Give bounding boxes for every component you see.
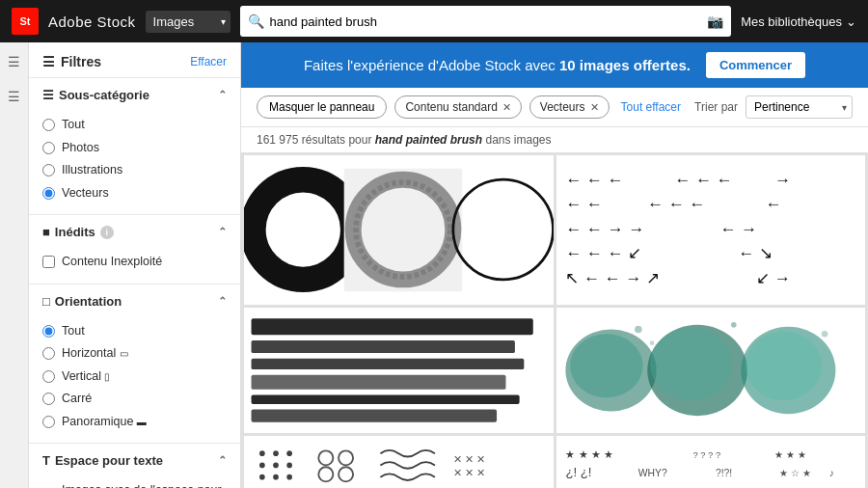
grid-item-strokes[interactable] [244, 308, 554, 433]
label-horizontal[interactable]: Horizontal ▭ [62, 345, 128, 363]
option-vertical: Vertical ▯ [42, 366, 227, 389]
svg-text:← ← ← ↙: ← ← ← ↙ [565, 244, 641, 262]
commencer-button[interactable]: Commencer [706, 52, 805, 78]
search-input[interactable] [270, 14, 702, 29]
svg-text:?!?!: ?!?! [715, 468, 731, 478]
label-vecteurs[interactable]: Vecteurs [62, 185, 109, 203]
option-orient-tout: Tout [42, 320, 227, 343]
chevron-icon: ⌃ [218, 89, 227, 101]
horizontal-text: Horizontal [62, 346, 116, 360]
section-sous-categorie-title: ☰ Sous-catégorie [42, 88, 149, 102]
svg-text:¿! ¿!: ¿! ¿! [565, 465, 591, 479]
section-orientation-title: □ Orientation [42, 294, 122, 309]
option-carre: Carré [42, 388, 227, 411]
svg-point-0 [253, 179, 353, 280]
svg-point-32 [821, 331, 827, 338]
radio-vecteurs[interactable] [42, 187, 55, 200]
svg-text:← ← → →: ← ← → → [565, 220, 644, 238]
checkbox-inexploite[interactable] [42, 256, 55, 268]
grid-item-patterns[interactable]: ✕ ✕ ✕ ✕ ✕ ✕ ∿∿∿∿∿ ∿∿∿∿∿ [244, 436, 554, 488]
radio-horizontal[interactable] [42, 347, 55, 360]
label-illustrations[interactable]: Illustrations [62, 162, 122, 179]
inedits-label: Inédits [55, 225, 95, 239]
sidebar-header: ☰ Filtres Effacer [29, 42, 240, 78]
section-inedits-header[interactable]: ■ Inédits i ⌃ [29, 215, 240, 249]
vertical-text: Vertical [62, 369, 101, 383]
banner-text: Faites l'expérience d'Adobe Stock avec 1… [304, 57, 691, 73]
svg-point-34 [273, 450, 279, 456]
option-tout: Tout [42, 114, 227, 137]
svg-text:← ← ←: ← ← ← [565, 171, 623, 189]
section-orientation: □ Orientation ⌃ Tout Horizontal ▭ [29, 285, 240, 445]
svg-point-30 [649, 340, 654, 345]
label-carre[interactable]: Carré [62, 391, 92, 408]
adobe-logo: St [12, 8, 39, 35]
filter-icon[interactable]: ☰ [4, 50, 24, 73]
image-icon[interactable]: ☰ [4, 85, 24, 108]
svg-point-42 [318, 450, 333, 465]
label-panoramique[interactable]: Panoramique ▬ [62, 414, 147, 431]
grid-item-watercolor[interactable] [556, 308, 866, 433]
radio-carre[interactable] [42, 393, 55, 405]
svg-text:♪: ♪ [828, 468, 833, 478]
label-espace-images[interactable]: Images avec de l'espace pour du texte [62, 482, 227, 488]
svg-point-33 [259, 450, 265, 456]
option-espace-images: Images avec de l'espace pour du texte [42, 479, 227, 488]
tout-effacer-link[interactable]: Tout effacer [621, 100, 681, 114]
chevron-icon-inedits: ⌃ [218, 226, 227, 238]
radio-panoramique[interactable] [42, 416, 55, 428]
svg-point-26 [650, 328, 732, 400]
section-sous-categorie-header[interactable]: ☰ Sous-catégorie ⌃ [29, 78, 240, 112]
filter-tag-contenu-standard: Contenu standard ✕ [394, 95, 521, 119]
orientation-icon: □ [42, 294, 50, 309]
content-type-select[interactable]: Images Vidéos Templates [146, 11, 231, 33]
remove-contenu-standard-button[interactable]: ✕ [502, 101, 511, 114]
svg-point-43 [339, 450, 353, 465]
star-icon: ■ [42, 225, 50, 239]
grid-item-arrows[interactable]: ← ← ← ← ← ← → ← ← ← ← ← ← ← ← → → ← → ← … [556, 155, 866, 305]
svg-rect-17 [252, 318, 533, 335]
camera-icon[interactable]: 📷 [707, 14, 723, 29]
label-inexploite[interactable]: Contenu Inexploité [62, 254, 162, 271]
svg-point-4 [453, 179, 554, 280]
radio-orient-tout[interactable] [42, 325, 55, 338]
trier-select[interactable]: Pertinence Plus récent Plus populaire [746, 95, 853, 119]
svg-point-35 [286, 450, 292, 456]
horizontal-shape-icon: ▭ [120, 348, 128, 359]
section-sous-categorie: ☰ Sous-catégorie ⌃ Tout Photos Illustrat… [29, 78, 240, 215]
svg-rect-19 [252, 359, 525, 369]
svg-text:← ← ←: ← ← ← [647, 195, 705, 213]
radio-photos[interactable] [42, 142, 55, 154]
filter-lines-icon: ☰ [42, 54, 55, 69]
option-panoramique: Panoramique ▬ [42, 411, 227, 434]
section-orientation-header[interactable]: □ Orientation ⌃ [29, 285, 240, 318]
svg-point-37 [273, 463, 279, 469]
remove-vecteurs-button[interactable]: ✕ [590, 101, 599, 114]
label-photos[interactable]: Photos [62, 140, 99, 157]
radio-vertical[interactable] [42, 370, 55, 383]
patterns-svg: ✕ ✕ ✕ ✕ ✕ ✕ ∿∿∿∿∿ ∿∿∿∿∿ [244, 436, 554, 488]
results-text: résultats pour [302, 133, 372, 147]
mes-bibliotheques-label: Mes bibliothèques [741, 14, 842, 29]
masquer-panneau-button[interactable]: Masquer le panneau [257, 95, 387, 119]
trier-par-section: Trier par Pertinence Plus récent Plus po… [694, 95, 853, 119]
section-espace-texte-header[interactable]: T Espace pour texte ⌃ [29, 444, 240, 477]
chevron-icon-espace: ⌃ [218, 454, 227, 467]
label-vertical[interactable]: Vertical ▯ [62, 368, 110, 386]
header-right: Mes bibliothèques ⌄ [741, 14, 856, 29]
radio-illustrations[interactable] [42, 164, 55, 176]
espace-texte-options: Images avec de l'espace pour du texte [29, 477, 240, 488]
label-orient-tout[interactable]: Tout [62, 323, 85, 340]
section-espace-texte: T Espace pour texte ⌃ Images avec de l'e… [29, 444, 240, 488]
grid-item-circles[interactable] [244, 155, 554, 305]
svg-point-44 [318, 467, 333, 481]
tag-contenu-standard-label: Contenu standard [405, 100, 497, 114]
effacer-link[interactable]: Effacer [190, 55, 227, 68]
banner-text-part1: Faites l'expérience d'Adobe Stock avec [304, 57, 556, 73]
label-tout[interactable]: Tout [62, 117, 85, 134]
mes-bibliotheques-button[interactable]: Mes bibliothèques ⌄ [741, 14, 856, 29]
svg-text:← ←: ← ← [565, 195, 603, 213]
svg-text:WHY?: WHY? [637, 468, 666, 478]
grid-item-doodles[interactable]: ★ ★ ★ ★ ? ? ? ? ★ ★ ★ ¿! ¿! WHY? ?!?! ★ … [556, 436, 866, 488]
radio-tout[interactable] [42, 119, 55, 131]
